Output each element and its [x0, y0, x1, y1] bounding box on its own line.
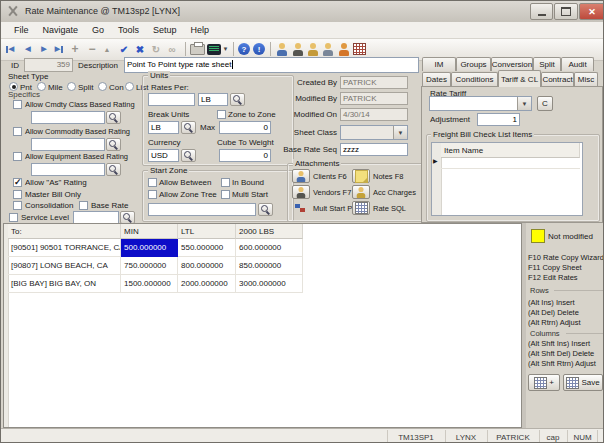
grid-cell-2000lbs[interactable]: 850.000000 — [236, 257, 303, 275]
allow-between-checkbox[interactable] — [148, 178, 157, 187]
grid-header-min[interactable]: MIN — [121, 224, 178, 239]
currency-search-button[interactable] — [181, 149, 196, 162]
start-zone-field[interactable] — [148, 203, 256, 216]
close-button[interactable]: ✕ — [579, 3, 604, 20]
menu-go[interactable]: Go — [85, 24, 111, 36]
commodity-search-button[interactable] — [106, 138, 121, 151]
last-record-icon[interactable]: ▶ — [51, 41, 67, 57]
link-icon[interactable]: ∞ — [164, 41, 180, 57]
clear-tariff-button[interactable]: C — [537, 96, 553, 111]
allow-zone-tree-checkbox[interactable] — [148, 190, 157, 199]
help-icon[interactable]: ? — [236, 41, 252, 57]
zone-to-zone-checkbox[interactable] — [217, 110, 226, 119]
delete-record-icon[interactable]: − — [84, 41, 100, 57]
title-bar[interactable]: Rate Maintenance @ TM13sp2 [LYNX] ✕ — [1, 1, 603, 23]
adjustment-field[interactable]: 1 — [477, 113, 520, 126]
radio-con[interactable] — [98, 82, 107, 91]
tab-tariff-cl[interactable]: Tariff & CL — [498, 70, 541, 87]
multi-start-checkbox[interactable] — [221, 190, 230, 199]
tab-split[interactable]: Split — [533, 57, 561, 71]
menu-navigate[interactable]: Navigate — [36, 24, 86, 36]
rates-per-search-button[interactable] — [230, 93, 245, 106]
max-field[interactable]: 0 — [219, 121, 271, 134]
tab-groups[interactable]: Groups — [456, 57, 491, 71]
sheet-class-dropdown[interactable]: ▼ — [340, 125, 408, 140]
rate-tariff-dropdown[interactable]: ▼ — [429, 96, 532, 111]
rate-grid[interactable]: To: MIN LTL 2000 LBS [90501] 90501 TORRA… — [3, 223, 522, 428]
grid-cell-min[interactable]: 750.000000 — [121, 257, 178, 275]
add-column-button[interactable]: + — [528, 374, 560, 391]
id-field[interactable]: 359 — [24, 58, 73, 72]
checklist-grid[interactable]: ▶ Item Name — [431, 142, 583, 216]
cmdty-class-search-button[interactable] — [106, 111, 121, 124]
add-record-icon[interactable]: + — [67, 41, 83, 57]
grid-cell-2000lbs[interactable]: 600.000000 — [236, 239, 303, 257]
tab-im[interactable]: IM — [422, 57, 456, 71]
grid-cell-min[interactable]: 1500.000000 — [121, 275, 178, 293]
first-record-icon[interactable]: ◀ — [2, 41, 18, 57]
cancel-icon[interactable]: ✖ — [132, 41, 148, 57]
refresh-icon[interactable]: ↻ — [148, 41, 164, 57]
previous-record-icon[interactable]: ◀ — [20, 41, 36, 57]
info-icon[interactable]: ! — [251, 41, 267, 57]
cmdty-class-field[interactable] — [31, 111, 105, 124]
rates-per-field[interactable] — [148, 93, 195, 106]
vendors-button[interactable] — [292, 185, 310, 199]
service-level-checkbox[interactable] — [9, 213, 18, 222]
commodity-checkbox[interactable] — [13, 127, 22, 136]
clients-button-label[interactable]: Clients F6 — [313, 172, 347, 181]
currency-field[interactable]: USD — [148, 149, 179, 162]
start-zone-search-button[interactable] — [258, 203, 273, 216]
equipment-search-button[interactable] — [106, 163, 121, 176]
equipment-checkbox[interactable] — [13, 152, 22, 161]
in-bound-checkbox[interactable] — [221, 178, 230, 187]
maximize-button[interactable] — [554, 3, 578, 20]
menu-setup[interactable]: Setup — [146, 24, 184, 36]
clients-button[interactable] — [292, 169, 310, 183]
acc-charges-button-label[interactable]: Acc Charges — [373, 188, 416, 197]
rates-per-unit-field[interactable]: LB — [198, 93, 228, 106]
tab-conversion[interactable]: Conversion — [491, 57, 533, 71]
grid-header-2000lbs[interactable]: 2000 LBS — [236, 224, 303, 239]
collapse-icon[interactable]: ▲ — [99, 41, 115, 57]
checklist-empty-row[interactable] — [441, 155, 580, 169]
vendors-button-label[interactable]: Vendors F7 — [313, 188, 351, 197]
radio-con-label[interactable]: Con — [109, 83, 124, 92]
print-icon[interactable] — [189, 41, 205, 57]
terminal-icon[interactable] — [206, 41, 222, 57]
menu-tools[interactable]: Tools — [111, 24, 146, 36]
notes-button[interactable] — [352, 169, 370, 183]
tab-dates[interactable]: Dates — [422, 72, 451, 86]
grid-header-ltl[interactable]: LTL — [178, 224, 236, 239]
next-record-icon[interactable]: ▶ — [36, 41, 52, 57]
master-bill-checkbox[interactable] — [13, 190, 22, 199]
base-rate-checkbox[interactable] — [79, 201, 88, 210]
grid-cell-to[interactable]: [BIG BAY] BIG BAY, ON — [8, 275, 121, 293]
tab-audit[interactable]: Audit — [561, 57, 594, 71]
user-settings-icon[interactable] — [320, 41, 336, 57]
clients-icon[interactable] — [274, 41, 290, 57]
rate-sql-button-label[interactable]: Rate SQL — [373, 204, 406, 213]
rate-sql-button[interactable] — [352, 201, 370, 215]
menu-file[interactable]: File — [7, 24, 36, 36]
tab-conditions[interactable]: Conditions — [451, 72, 498, 86]
radio-mile-label[interactable]: Mile — [48, 83, 63, 92]
acc-charges-button[interactable] — [352, 185, 370, 199]
grid-cell-min-selected[interactable]: 500.000000 — [121, 239, 178, 257]
grid-header-to[interactable]: To: — [8, 224, 121, 239]
commodity-field[interactable] — [31, 138, 105, 151]
chevron-down-icon[interactable]: ▼ — [517, 97, 531, 110]
menu-help[interactable]: Help — [184, 24, 217, 36]
radio-list[interactable] — [125, 82, 134, 91]
cube-to-weight-field[interactable]: 0 — [219, 149, 271, 162]
equipment-field[interactable] — [31, 163, 105, 176]
base-rate-seq-field[interactable]: zzzz — [340, 143, 408, 156]
cmdty-class-checkbox[interactable] — [13, 100, 22, 109]
users-icon[interactable] — [305, 41, 321, 57]
grid-cell-to[interactable]: [90501] 90501 TORRANCE, CA — [8, 239, 121, 257]
user-status-icon[interactable] — [336, 41, 352, 57]
mult-start-pts-button[interactable] — [292, 201, 310, 215]
as-rating-checkbox[interactable] — [13, 178, 22, 187]
accept-icon[interactable]: ✔ — [116, 41, 132, 57]
grid-cell-ltl[interactable]: 2000.000000 — [178, 275, 236, 293]
